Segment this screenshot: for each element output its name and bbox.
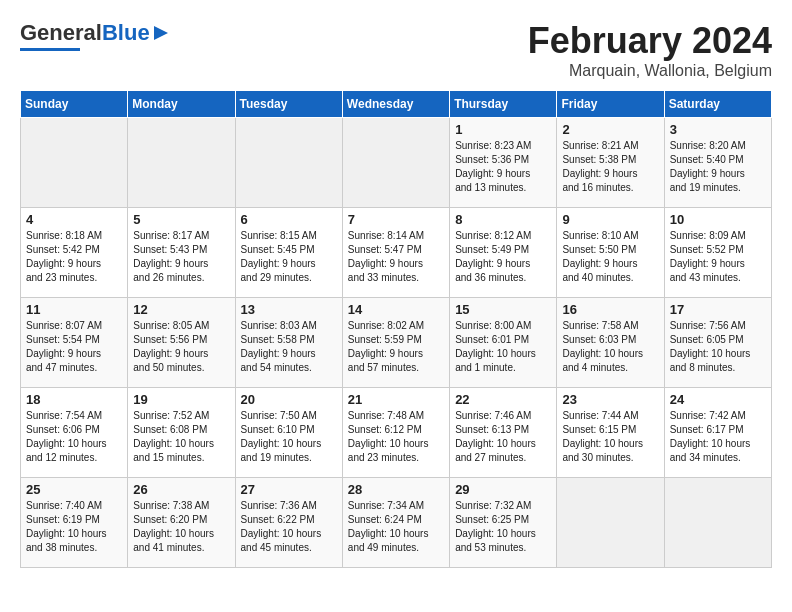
calendar-cell: 15Sunrise: 8:00 AM Sunset: 6:01 PM Dayli… [450,298,557,388]
day-number: 29 [455,482,551,497]
calendar-cell [342,118,449,208]
day-number: 5 [133,212,229,227]
day-number: 3 [670,122,766,137]
month-title: February 2024 [528,20,772,62]
logo-arrow-icon [152,24,170,42]
cell-info: Sunrise: 8:20 AM Sunset: 5:40 PM Dayligh… [670,139,766,195]
calendar-cell: 17Sunrise: 7:56 AM Sunset: 6:05 PM Dayli… [664,298,771,388]
cell-info: Sunrise: 8:09 AM Sunset: 5:52 PM Dayligh… [670,229,766,285]
day-number: 17 [670,302,766,317]
col-header-sunday: Sunday [21,91,128,118]
calendar-cell [235,118,342,208]
cell-info: Sunrise: 8:15 AM Sunset: 5:45 PM Dayligh… [241,229,337,285]
col-header-thursday: Thursday [450,91,557,118]
title-block: February 2024 Marquain, Wallonia, Belgiu… [528,20,772,80]
calendar-cell: 13Sunrise: 8:03 AM Sunset: 5:58 PM Dayli… [235,298,342,388]
col-header-saturday: Saturday [664,91,771,118]
calendar-cell: 18Sunrise: 7:54 AM Sunset: 6:06 PM Dayli… [21,388,128,478]
day-number: 27 [241,482,337,497]
day-number: 11 [26,302,122,317]
calendar-cell: 29Sunrise: 7:32 AM Sunset: 6:25 PM Dayli… [450,478,557,568]
logo-underline [20,48,80,51]
calendar-cell: 25Sunrise: 7:40 AM Sunset: 6:19 PM Dayli… [21,478,128,568]
calendar-cell: 20Sunrise: 7:50 AM Sunset: 6:10 PM Dayli… [235,388,342,478]
calendar-cell: 14Sunrise: 8:02 AM Sunset: 5:59 PM Dayli… [342,298,449,388]
col-header-wednesday: Wednesday [342,91,449,118]
calendar-cell: 11Sunrise: 8:07 AM Sunset: 5:54 PM Dayli… [21,298,128,388]
cell-info: Sunrise: 7:32 AM Sunset: 6:25 PM Dayligh… [455,499,551,555]
calendar-cell: 23Sunrise: 7:44 AM Sunset: 6:15 PM Dayli… [557,388,664,478]
cell-info: Sunrise: 7:52 AM Sunset: 6:08 PM Dayligh… [133,409,229,465]
calendar-cell: 1Sunrise: 8:23 AM Sunset: 5:36 PM Daylig… [450,118,557,208]
day-number: 20 [241,392,337,407]
cell-info: Sunrise: 7:36 AM Sunset: 6:22 PM Dayligh… [241,499,337,555]
cell-info: Sunrise: 8:18 AM Sunset: 5:42 PM Dayligh… [26,229,122,285]
calendar-cell: 7Sunrise: 8:14 AM Sunset: 5:47 PM Daylig… [342,208,449,298]
cell-info: Sunrise: 8:10 AM Sunset: 5:50 PM Dayligh… [562,229,658,285]
cell-info: Sunrise: 8:17 AM Sunset: 5:43 PM Dayligh… [133,229,229,285]
day-number: 14 [348,302,444,317]
day-number: 1 [455,122,551,137]
calendar-table: SundayMondayTuesdayWednesdayThursdayFrid… [20,90,772,568]
day-number: 12 [133,302,229,317]
calendar-cell: 27Sunrise: 7:36 AM Sunset: 6:22 PM Dayli… [235,478,342,568]
calendar-cell: 12Sunrise: 8:05 AM Sunset: 5:56 PM Dayli… [128,298,235,388]
logo: General Blue [20,20,170,51]
calendar-cell: 22Sunrise: 7:46 AM Sunset: 6:13 PM Dayli… [450,388,557,478]
day-number: 22 [455,392,551,407]
header-row: SundayMondayTuesdayWednesdayThursdayFrid… [21,91,772,118]
calendar-cell: 2Sunrise: 8:21 AM Sunset: 5:38 PM Daylig… [557,118,664,208]
cell-info: Sunrise: 8:05 AM Sunset: 5:56 PM Dayligh… [133,319,229,375]
day-number: 2 [562,122,658,137]
col-header-monday: Monday [128,91,235,118]
calendar-cell: 21Sunrise: 7:48 AM Sunset: 6:12 PM Dayli… [342,388,449,478]
cell-info: Sunrise: 8:03 AM Sunset: 5:58 PM Dayligh… [241,319,337,375]
week-row-5: 25Sunrise: 7:40 AM Sunset: 6:19 PM Dayli… [21,478,772,568]
day-number: 13 [241,302,337,317]
svg-marker-0 [154,26,168,40]
day-number: 28 [348,482,444,497]
day-number: 10 [670,212,766,227]
calendar-cell: 16Sunrise: 7:58 AM Sunset: 6:03 PM Dayli… [557,298,664,388]
calendar-cell [664,478,771,568]
cell-info: Sunrise: 7:40 AM Sunset: 6:19 PM Dayligh… [26,499,122,555]
day-number: 21 [348,392,444,407]
cell-info: Sunrise: 8:14 AM Sunset: 5:47 PM Dayligh… [348,229,444,285]
calendar-cell: 6Sunrise: 8:15 AM Sunset: 5:45 PM Daylig… [235,208,342,298]
cell-info: Sunrise: 8:12 AM Sunset: 5:49 PM Dayligh… [455,229,551,285]
calendar-cell: 5Sunrise: 8:17 AM Sunset: 5:43 PM Daylig… [128,208,235,298]
cell-info: Sunrise: 7:46 AM Sunset: 6:13 PM Dayligh… [455,409,551,465]
calendar-cell [128,118,235,208]
day-number: 24 [670,392,766,407]
cell-info: Sunrise: 7:56 AM Sunset: 6:05 PM Dayligh… [670,319,766,375]
day-number: 6 [241,212,337,227]
logo-general: General [20,20,102,46]
col-header-tuesday: Tuesday [235,91,342,118]
week-row-3: 11Sunrise: 8:07 AM Sunset: 5:54 PM Dayli… [21,298,772,388]
week-row-1: 1Sunrise: 8:23 AM Sunset: 5:36 PM Daylig… [21,118,772,208]
day-number: 8 [455,212,551,227]
cell-info: Sunrise: 8:07 AM Sunset: 5:54 PM Dayligh… [26,319,122,375]
cell-info: Sunrise: 7:44 AM Sunset: 6:15 PM Dayligh… [562,409,658,465]
cell-info: Sunrise: 7:48 AM Sunset: 6:12 PM Dayligh… [348,409,444,465]
calendar-cell: 9Sunrise: 8:10 AM Sunset: 5:50 PM Daylig… [557,208,664,298]
cell-info: Sunrise: 8:02 AM Sunset: 5:59 PM Dayligh… [348,319,444,375]
location: Marquain, Wallonia, Belgium [528,62,772,80]
calendar-cell: 28Sunrise: 7:34 AM Sunset: 6:24 PM Dayli… [342,478,449,568]
day-number: 9 [562,212,658,227]
week-row-2: 4Sunrise: 8:18 AM Sunset: 5:42 PM Daylig… [21,208,772,298]
day-number: 7 [348,212,444,227]
col-header-friday: Friday [557,91,664,118]
calendar-cell: 10Sunrise: 8:09 AM Sunset: 5:52 PM Dayli… [664,208,771,298]
cell-info: Sunrise: 8:23 AM Sunset: 5:36 PM Dayligh… [455,139,551,195]
cell-info: Sunrise: 8:21 AM Sunset: 5:38 PM Dayligh… [562,139,658,195]
logo-blue: Blue [102,20,150,46]
calendar-cell: 3Sunrise: 8:20 AM Sunset: 5:40 PM Daylig… [664,118,771,208]
day-number: 15 [455,302,551,317]
day-number: 19 [133,392,229,407]
calendar-cell: 19Sunrise: 7:52 AM Sunset: 6:08 PM Dayli… [128,388,235,478]
week-row-4: 18Sunrise: 7:54 AM Sunset: 6:06 PM Dayli… [21,388,772,478]
day-number: 23 [562,392,658,407]
calendar-cell: 4Sunrise: 8:18 AM Sunset: 5:42 PM Daylig… [21,208,128,298]
page-header: General Blue February 2024 Marquain, Wal… [20,20,772,80]
